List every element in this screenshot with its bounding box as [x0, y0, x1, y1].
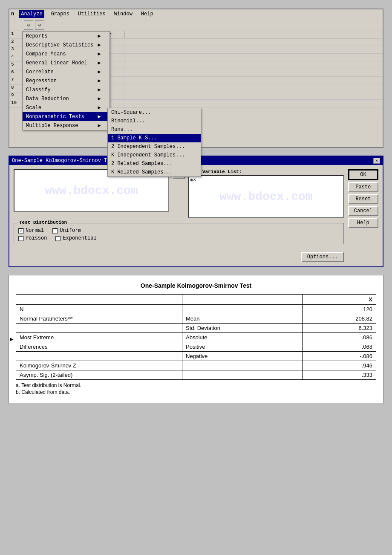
menu-data-reduction[interactable]: Data Reduction ▶ — [23, 94, 110, 103]
test-variable-list[interactable]: ⊕× www.bdocx.com — [188, 175, 344, 218]
menu-scale[interactable]: Scale ▶ — [23, 103, 110, 112]
cell-val-mean: 208.82 — [302, 314, 376, 324]
col-header-label — [16, 295, 182, 305]
menu-nonparametric-tests[interactable]: Nonparametric Tests ▶ — [23, 112, 110, 121]
uniform-checkbox-box[interactable] — [52, 228, 58, 234]
results-title: One-Sample Kolmogorov-Smirnov Test — [16, 282, 376, 289]
cell-val-std: 6.323 — [302, 324, 376, 333]
menu-graphs[interactable]: Graphs — [49, 10, 71, 18]
paste-button[interactable]: Paste — [348, 182, 378, 192]
col-header-sub — [182, 295, 303, 305]
dialog-close-button[interactable]: ✕ — [373, 158, 380, 164]
spss-data-area: ⊙ ⊙ var var var — [22, 19, 383, 147]
cell-sub-std: Std. Deviation — [182, 324, 303, 333]
dialog-body: www.bdocx.com ▶ Test Variable List: ⊕× w… — [9, 165, 383, 266]
table-row: Most Extreme Absolute .086 — [16, 333, 376, 342]
help-button[interactable]: Help — [348, 218, 378, 228]
reset-button[interactable]: Reset — [348, 194, 378, 204]
options-button[interactable]: Options... — [301, 252, 344, 262]
normal-checkbox-box[interactable]: ✓ — [18, 228, 24, 234]
toolbar-btn-1[interactable]: ⊙ — [24, 20, 33, 30]
footnote-a: a. Test distribution is Normal. — [16, 382, 376, 388]
cell-label-asymp: Asymp. Sig. (2-tailed) — [16, 370, 182, 380]
uniform-label: Uniform — [60, 228, 81, 234]
cell-label-differences: Differences — [16, 342, 182, 352]
cell-sub-mean: Mean — [182, 314, 303, 324]
normal-label: Normal — [26, 228, 44, 234]
table-row: Asymp. Sig. (2-tailed) .333 — [16, 370, 376, 380]
submenu-kindependent[interactable]: K Independent Samples... — [108, 151, 201, 159]
row-numbers: 1 2 3 4 5 6 7 8 9 10 — [9, 19, 22, 147]
menu-descriptive-stats[interactable]: Descriptive Statistics ▶ — [23, 40, 110, 49]
submenu-1sample-ks[interactable]: 1-Sample K-S... — [108, 134, 201, 142]
dialog-right-buttons: OK Paste Reset Cancel Help — [348, 169, 378, 262]
cell-sub-ks-z — [182, 361, 303, 370]
menu-utilities[interactable]: Utilities — [76, 10, 107, 18]
menu-reports[interactable]: Reports ▶ — [23, 32, 110, 40]
results-wrapper: ▶ One-Sample Kolmogorov-Smirnov Test X N… — [16, 282, 376, 395]
footnote-b: b. Calculated from data. — [16, 389, 376, 395]
table-row: N 120 — [16, 305, 376, 314]
toolbar-btn-2[interactable]: ⊙ — [35, 20, 44, 30]
table-row: Kolmogorov-Smirnov Z .946 — [16, 361, 376, 370]
submenu-chi-square[interactable]: Chi-Square... — [108, 108, 201, 117]
cancel-button[interactable]: Cancel — [348, 206, 378, 216]
dialog-left-panel: www.bdocx.com ▶ Test Variable List: ⊕× w… — [14, 169, 344, 262]
menu-correlate[interactable]: Correlate ▶ — [23, 67, 110, 76]
dropdown-container: Reports ▶ Descriptive Statistics ▶ Compa… — [22, 31, 110, 130]
menu-compare-means[interactable]: Compare Means ▶ — [23, 49, 110, 58]
row-indicator: n — [11, 11, 14, 17]
uniform-checkbox[interactable]: Uniform — [52, 228, 81, 234]
options-btn-row: Options... — [14, 252, 344, 262]
dialog-title: One-Sample Kolmogorov-Smirnov Test — [12, 158, 116, 164]
cell-label-most-extreme: Most Extreme — [16, 333, 182, 342]
analyze-dropdown: Reports ▶ Descriptive Statistics ▶ Compa… — [22, 31, 110, 130]
cell-sub-absolute: Absolute — [182, 333, 303, 342]
menu-window[interactable]: Window — [112, 10, 134, 18]
menu-analyze[interactable]: Analyze — [19, 10, 44, 18]
spss-menubar: n Analyze Graphs Utilities Window Help — [9, 9, 383, 19]
cell-val-negative: -.086 — [302, 352, 376, 361]
submenu-2related[interactable]: 2 Related Samples... — [108, 159, 201, 168]
cell-sub-positive: Positive — [182, 342, 303, 352]
menu-multiple-response[interactable]: Multiple Response ▶ — [23, 121, 110, 130]
poisson-checkbox[interactable]: Poisson — [18, 235, 47, 241]
submenu-2independent[interactable]: 2 Independent Samples... — [108, 142, 201, 151]
submenu-binomial[interactable]: Binomial... — [108, 117, 201, 125]
poisson-label: Poisson — [26, 235, 47, 241]
cell-val-asymp: .333 — [302, 370, 376, 380]
table-header-row: X — [16, 295, 376, 305]
menu-general-linear-model[interactable]: General Linear Model ▶ — [23, 58, 110, 67]
cell-val-absolute: .086 — [302, 333, 376, 342]
table-row: Normal Parametersᵃʷ Mean 208.82 — [16, 314, 376, 324]
side-arrow: ▶ — [10, 335, 13, 342]
exponential-checkbox[interactable]: Exponential — [55, 235, 96, 241]
results-table: X N 120 Normal Parametersᵃʷ Mean 208.82 — [16, 294, 376, 380]
cell-label-std — [16, 324, 182, 333]
test-distribution-group: Test Distribution ✓ Normal Uniform Poiss… — [14, 223, 344, 244]
cell-label-n: N — [16, 305, 182, 314]
menu-help[interactable]: Help — [139, 10, 155, 18]
cell-label-ks-z: Kolmogorov-Smirnov Z — [16, 361, 182, 370]
menu-regression[interactable]: Regression ▶ — [23, 76, 110, 85]
footnotes: a. Test distribution is Normal. b. Calcu… — [16, 382, 376, 395]
submenu-krelated[interactable]: K Related Samples... — [108, 168, 201, 176]
cell-val-ks-z: .946 — [302, 361, 376, 370]
ok-button[interactable]: OK — [348, 169, 378, 180]
test-variable-list-label: Test Variable List: — [188, 169, 344, 174]
cell-sub-n — [182, 305, 303, 314]
nonparametric-submenu: Chi-Square... Binomial... Runs... 1-Samp… — [107, 108, 201, 177]
poisson-checkbox-box[interactable] — [18, 236, 24, 241]
cell-val-n: 120 — [302, 305, 376, 314]
normal-checkbox[interactable]: ✓ Normal — [18, 228, 44, 234]
spss-main-area: 1 2 3 4 5 6 7 8 9 10 ⊙ ⊙ var var — [9, 19, 383, 147]
cell-sub-negative: Negative — [182, 352, 303, 361]
exponential-checkbox-box[interactable] — [55, 236, 61, 241]
menu-classify[interactable]: Classify ▶ — [23, 85, 110, 94]
watermark-text: www.bdocx.com — [45, 184, 138, 197]
exponential-label: Exponential — [63, 235, 96, 241]
checkbox-row-1: ✓ Normal Uniform — [18, 228, 339, 234]
submenu-runs[interactable]: Runs... — [108, 125, 201, 134]
cell-label-normal-params: Normal Parametersᵃʷ — [16, 314, 182, 324]
checkbox-row-2: Poisson Exponential — [18, 235, 339, 241]
